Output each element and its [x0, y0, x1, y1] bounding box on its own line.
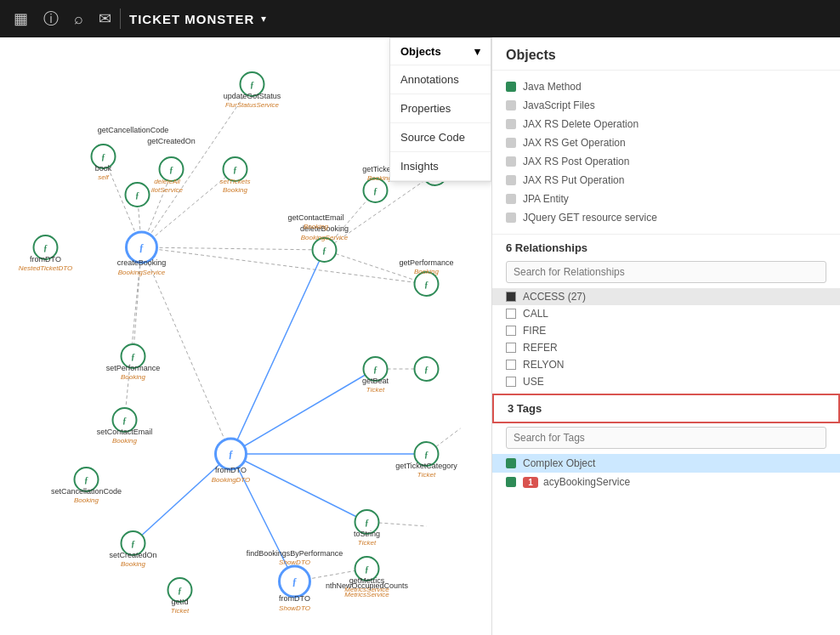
dropdown-item-properties[interactable]: Properties [390, 94, 491, 123]
svg-text:Booking: Booking [304, 223, 328, 230]
tag-item-complex[interactable]: Complex Object [492, 454, 840, 473]
jpa-label: JPA Entity [523, 193, 569, 205]
svg-text:getBeat: getBeat [362, 377, 389, 385]
svg-text:ƒ: ƒ [43, 243, 48, 252]
object-item-jax-delete[interactable]: JAX RS Delete Operation [492, 115, 840, 133]
svg-text:deleteAll: deleteAll [154, 178, 180, 185]
rel-item-access[interactable]: ACCESS (27) [492, 288, 840, 305]
rel-item-refer[interactable]: REFER [492, 339, 840, 356]
svg-text:ƒ: ƒ [322, 246, 326, 255]
tags-section-header: 3 Tags [492, 394, 840, 423]
grid-icon[interactable]: ▦ [14, 9, 28, 28]
object-item-jquery[interactable]: JQuery GET resource service [492, 208, 840, 227]
view-dropdown: Objects ▾ Annotations Properties Source … [389, 37, 491, 182]
jax-post-label: JAX RS Post Operation [523, 156, 629, 167]
java-method-color [506, 82, 516, 92]
navbar-chevron[interactable]: ▾ [261, 13, 266, 25]
dropdown-item-annotations[interactable]: Annotations [390, 65, 491, 94]
graph-area[interactable]: ƒ ƒ book self ƒ ƒ ƒ ƒ createBooking Book… [0, 37, 491, 635]
svg-text:Ticket: Ticket [358, 539, 377, 547]
svg-text:ƒ: ƒ [169, 165, 173, 174]
jax-get-label: JAX RS Get Operation [523, 137, 626, 149]
svg-text:ƒ: ƒ [424, 450, 429, 459]
tags-title: 3 Tags [508, 402, 542, 415]
object-item-java-method[interactable]: Java Method [492, 77, 840, 96]
search-icon[interactable]: ⌕ [74, 10, 83, 28]
jax-put-label: JAX RS Put Operation [523, 174, 624, 186]
objects-section: Java Method JavaScript Files JAX RS Dele… [492, 71, 840, 235]
rel-item-relyon[interactable]: RELYON [492, 356, 840, 373]
svg-text:ƒ: ƒ [233, 165, 237, 174]
jax-put-color [506, 175, 516, 185]
svg-text:setContactEmail: setContactEmail [97, 428, 153, 436]
relationships-search[interactable] [506, 261, 826, 283]
svg-text:MetricsService: MetricsService [344, 591, 389, 598]
svg-text:ƒ: ƒ [101, 152, 105, 162]
svg-line-18 [325, 250, 427, 284]
tags-search[interactable] [506, 427, 826, 449]
svg-text:ƒ: ƒ [292, 575, 298, 587]
dropdown-item-insights[interactable]: Insights [390, 152, 491, 181]
svg-text:fromDTO: fromDTO [215, 466, 247, 474]
use-checkbox [506, 377, 516, 387]
dropdown-chevron-icon: ▾ [474, 45, 480, 58]
svg-text:ƒ: ƒ [424, 280, 429, 289]
svg-line-10 [231, 369, 376, 454]
refer-label: REFER [523, 342, 558, 354]
svg-text:Booking: Booking [121, 560, 145, 568]
svg-text:ƒ: ƒ [373, 365, 377, 374]
call-checkbox [506, 309, 516, 319]
rel-item-call[interactable]: CALL [492, 305, 840, 322]
dropdown-objects-label: Objects [400, 45, 441, 58]
right-panel: Objects Java Method JavaScript Files JAX… [491, 37, 840, 635]
info-icon[interactable]: ⓘ [43, 9, 59, 29]
object-item-jax-put[interactable]: JAX RS Put Operation [492, 171, 840, 190]
svg-line-8 [142, 247, 231, 454]
svg-text:FlurStatusService: FlurStatusService [225, 101, 280, 109]
acy-tag-label: acyBookingService [543, 476, 630, 488]
java-method-label: Java Method [523, 81, 582, 93]
access-checkbox [506, 292, 516, 302]
svg-line-9 [142, 247, 427, 284]
js-files-color [506, 100, 516, 111]
svg-text:ƒ: ƒ [135, 190, 139, 200]
svg-text:ƒ: ƒ [250, 80, 254, 89]
dropdown-item-source-code[interactable]: Source Code [390, 123, 491, 152]
svg-text:book: book [95, 164, 112, 173]
svg-text:getId: getId [171, 598, 188, 606]
tag-item-acy[interactable]: 1 acyBookingService [492, 473, 840, 491]
app-title: TICKET MONSTER [129, 12, 254, 26]
fire-checkbox [506, 326, 516, 336]
chat-icon[interactable]: ✉ [99, 9, 111, 28]
panel-title: Objects [492, 37, 840, 71]
dropdown-header[interactable]: Objects ▾ [390, 38, 491, 65]
navbar: ▦ ⓘ ⌕ ✉ TICKET MONSTER ▾ [0, 0, 840, 37]
svg-text:Ticket: Ticket [366, 386, 385, 394]
svg-text:getTicketCategory: getTicketCategory [395, 462, 457, 470]
rel-item-use[interactable]: USE [492, 373, 840, 390]
svg-text:setTickets: setTickets [220, 178, 251, 185]
svg-text:findBookingsByPerformance: findBookingsByPerformance [247, 549, 343, 558]
svg-text:Booking: Booking [414, 268, 439, 275]
svg-text:ƒ: ƒ [365, 564, 369, 574]
svg-text:updateGotStatus: updateGotStatus [224, 92, 281, 100]
rel-item-fire[interactable]: FIRE [492, 322, 840, 339]
svg-text:Booking: Booking [112, 437, 137, 445]
svg-text:self: self [98, 173, 109, 181]
svg-text:ƒ: ƒ [139, 241, 145, 253]
svg-text:Booking: Booking [74, 496, 99, 504]
svg-text:setCreatedOn: setCreatedOn [109, 551, 156, 559]
object-item-jpa[interactable]: JPA Entity [492, 190, 840, 208]
acy-tag-badge: 1 [523, 477, 538, 488]
svg-line-11 [231, 250, 325, 454]
object-item-jax-get[interactable]: JAX RS Get Operation [492, 133, 840, 152]
object-item-js-files[interactable]: JavaScript Files [492, 96, 840, 115]
svg-text:ShowDTO: ShowDTO [279, 604, 310, 612]
relyon-label: RELYON [523, 359, 564, 371]
svg-text:getCreatedOn: getCreatedOn [147, 137, 196, 145]
svg-text:BookingDTO: BookingDTO [212, 476, 251, 484]
svg-text:nthNewOccupiedCounts: nthNewOccupiedCounts [326, 581, 409, 590]
complex-tag-color [506, 458, 516, 468]
svg-text:ƒ: ƒ [131, 539, 135, 548]
object-item-jax-post[interactable]: JAX RS Post Operation [492, 152, 840, 171]
